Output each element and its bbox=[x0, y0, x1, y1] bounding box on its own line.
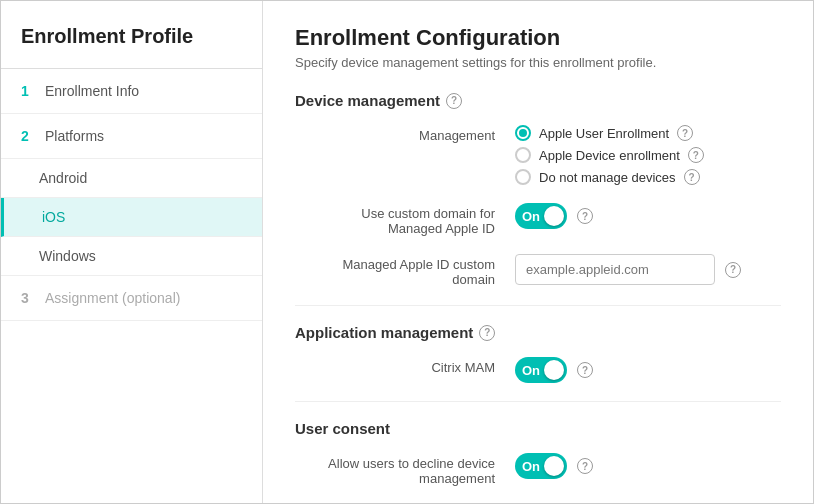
citrix-mam-toggle-label: On bbox=[522, 363, 540, 378]
sidebar-item-label-android: Android bbox=[39, 170, 87, 186]
page-subtitle: Specify device management settings for t… bbox=[295, 55, 781, 70]
user-consent-header: User consent bbox=[295, 420, 781, 437]
sidebar-item-label-windows: Windows bbox=[39, 248, 96, 264]
citrix-mam-control: On ? bbox=[515, 357, 781, 383]
user-consent-title: User consent bbox=[295, 420, 390, 437]
citrix-mam-label: Citrix MAM bbox=[295, 357, 515, 375]
apple-id-input-wrap: ? bbox=[515, 254, 781, 285]
management-label: Management bbox=[295, 125, 515, 143]
divider-2 bbox=[295, 401, 781, 402]
radio-apple-device-help-icon[interactable]: ? bbox=[688, 147, 704, 163]
citrix-mam-toggle-wrap: On ? bbox=[515, 357, 781, 383]
sidebar: Enrollment Profile 1 Enrollment Info 2 P… bbox=[1, 1, 263, 503]
sidebar-item-enrollment-info[interactable]: 1 Enrollment Info bbox=[1, 69, 262, 114]
sidebar-item-android[interactable]: Android bbox=[1, 159, 262, 198]
custom-domain-help-icon[interactable]: ? bbox=[577, 208, 593, 224]
application-management-section: Application management ? Citrix MAM On ? bbox=[295, 324, 781, 383]
radio-apple-user-help-icon[interactable]: ? bbox=[677, 125, 693, 141]
sidebar-item-ios[interactable]: iOS bbox=[1, 198, 262, 237]
divider-1 bbox=[295, 305, 781, 306]
radio-circle-apple-user bbox=[515, 125, 531, 141]
custom-domain-label: Use custom domain forManaged Apple ID bbox=[295, 203, 515, 236]
sidebar-item-label-assignment: Assignment (optional) bbox=[45, 290, 180, 306]
management-row: Management Apple User Enrollment ? Apple… bbox=[295, 125, 781, 185]
sidebar-item-windows[interactable]: Windows bbox=[1, 237, 262, 276]
apple-id-domain-control: ? bbox=[515, 254, 781, 285]
application-management-title: Application management bbox=[295, 324, 473, 341]
radio-label-apple-device: Apple Device enrollment bbox=[539, 148, 680, 163]
sidebar-item-assignment[interactable]: 3 Assignment (optional) bbox=[1, 276, 262, 321]
decline-device-toggle-knob bbox=[544, 456, 564, 476]
user-consent-section: User consent Allow users to decline devi… bbox=[295, 420, 781, 486]
application-management-header: Application management ? bbox=[295, 324, 781, 341]
device-management-title: Device management bbox=[295, 92, 440, 109]
decline-device-toggle-wrap: On ? bbox=[515, 453, 781, 479]
radio-apple-device[interactable]: Apple Device enrollment ? bbox=[515, 147, 781, 163]
nav-num-2: 2 bbox=[21, 128, 37, 144]
radio-circle-do-not-manage bbox=[515, 169, 531, 185]
device-management-header: Device management ? bbox=[295, 92, 781, 109]
management-control: Apple User Enrollment ? Apple Device enr… bbox=[515, 125, 781, 185]
application-management-help-icon[interactable]: ? bbox=[479, 325, 495, 341]
decline-device-help-icon[interactable]: ? bbox=[577, 458, 593, 474]
sidebar-item-label-platforms: Platforms bbox=[45, 128, 104, 144]
custom-domain-toggle-label: On bbox=[522, 209, 540, 224]
sidebar-item-label-enrollment-info: Enrollment Info bbox=[45, 83, 139, 99]
apple-id-domain-label: Managed Apple ID customdomain bbox=[295, 254, 515, 287]
apple-id-domain-help-icon[interactable]: ? bbox=[725, 262, 741, 278]
decline-device-label: Allow users to decline devicemanagement bbox=[295, 453, 515, 486]
sidebar-item-label-ios: iOS bbox=[42, 209, 65, 225]
citrix-mam-help-icon[interactable]: ? bbox=[577, 362, 593, 378]
main-content: Enrollment Configuration Specify device … bbox=[263, 1, 813, 503]
sidebar-title: Enrollment Profile bbox=[1, 1, 262, 69]
radio-label-do-not-manage: Do not manage devices bbox=[539, 170, 676, 185]
apple-id-domain-row: Managed Apple ID customdomain ? bbox=[295, 254, 781, 287]
citrix-mam-row: Citrix MAM On ? bbox=[295, 357, 781, 383]
radio-do-not-manage[interactable]: Do not manage devices ? bbox=[515, 169, 781, 185]
decline-device-row: Allow users to decline devicemanagement … bbox=[295, 453, 781, 486]
nav-num-3: 3 bbox=[21, 290, 37, 306]
radio-do-not-manage-help-icon[interactable]: ? bbox=[684, 169, 700, 185]
citrix-mam-toggle[interactable]: On bbox=[515, 357, 567, 383]
sidebar-item-platforms[interactable]: 2 Platforms bbox=[1, 114, 262, 159]
decline-device-control: On ? bbox=[515, 453, 781, 479]
decline-device-toggle-label: On bbox=[522, 459, 540, 474]
device-management-help-icon[interactable]: ? bbox=[446, 93, 462, 109]
custom-domain-toggle-wrap: On ? bbox=[515, 203, 781, 229]
custom-domain-toggle[interactable]: On bbox=[515, 203, 567, 229]
device-management-section: Device management ? Management Apple Use… bbox=[295, 92, 781, 287]
custom-domain-row: Use custom domain forManaged Apple ID On… bbox=[295, 203, 781, 236]
radio-label-apple-user: Apple User Enrollment bbox=[539, 126, 669, 141]
decline-device-toggle[interactable]: On bbox=[515, 453, 567, 479]
nav-num-1: 1 bbox=[21, 83, 37, 99]
citrix-mam-toggle-knob bbox=[544, 360, 564, 380]
page-title: Enrollment Configuration bbox=[295, 25, 781, 51]
custom-domain-control: On ? bbox=[515, 203, 781, 229]
radio-circle-apple-device bbox=[515, 147, 531, 163]
apple-id-domain-input[interactable] bbox=[515, 254, 715, 285]
custom-domain-toggle-knob bbox=[544, 206, 564, 226]
radio-apple-user[interactable]: Apple User Enrollment ? bbox=[515, 125, 781, 141]
